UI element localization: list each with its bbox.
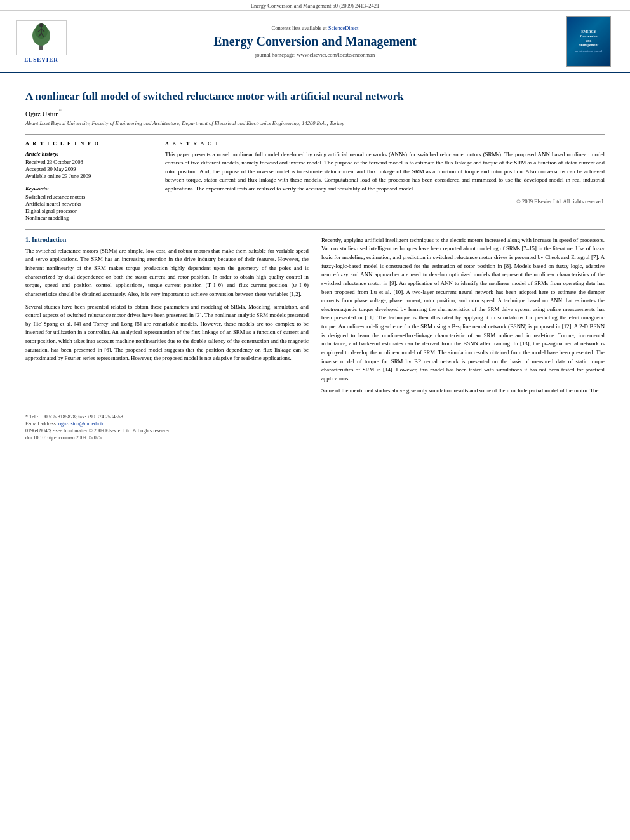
article-info-abstract: A R T I C L E I N F O Article history: R…	[25, 134, 605, 222]
journal-center-info: Contents lists available at ScienceDirec…	[70, 25, 560, 58]
journal-header: ELSEVIER Contents lists available at Sci…	[0, 11, 630, 73]
article-info-col: A R T I C L E I N F O Article history: R…	[25, 141, 152, 222]
journal-cover-image: ENERGYConversionandManagement an interna…	[566, 16, 611, 67]
intro-para-2: Several studies have been presented rela…	[25, 303, 309, 363]
intro-right-col: Recently, applying artificial intelligen…	[321, 236, 605, 399]
intro-para-1: The switched reluctance motors (SRMs) ar…	[25, 247, 309, 299]
footer-doi: doi:10.1016/j.enconman.2009.05.025	[25, 435, 605, 441]
elsevier-wordmark: ELSEVIER	[24, 57, 58, 63]
main-content: A nonlinear full model of switched reluc…	[0, 73, 630, 455]
elsevier-logo-image	[16, 20, 67, 55]
affiliation: Abant Izzet Baysal University, Faculty o…	[25, 120, 605, 126]
footer-email-link[interactable]: oguzustun@ibu.edu.tr	[58, 421, 104, 427]
keyword-4: Nonlinear modeling	[25, 215, 152, 221]
keyword-3: Digital signal processor	[25, 208, 152, 214]
intro-para-3: Recently, applying artificial intelligen…	[321, 236, 605, 383]
contents-line: Contents lists available at ScienceDirec…	[83, 25, 547, 31]
available-online-date: Available online 23 June 2009	[25, 173, 152, 179]
journal-title: Energy Conversion and Management	[83, 34, 547, 49]
intro-left-text: The switched reluctance motors (SRMs) ar…	[25, 247, 309, 363]
page-footer: * Tel.: +90 535 8185878; fax: +90 374 25…	[25, 410, 605, 441]
article-info-label: A R T I C L E I N F O	[25, 141, 152, 147]
intro-right-text: Recently, applying artificial intelligen…	[321, 236, 605, 396]
intro-para-4: Some of the mentioned studies above give…	[321, 387, 605, 396]
abstract-col: A B S T R A C T This paper presents a no…	[165, 141, 605, 222]
intro-section-title: 1. Introduction	[25, 236, 309, 243]
author-name: Oguz Ustun*	[25, 109, 605, 117]
footer-corresponding: * Tel.: +90 535 8185878; fax: +90 374 25…	[25, 414, 605, 420]
accepted-date: Accepted 30 May 2009	[25, 166, 152, 172]
received-date: Received 23 October 2008	[25, 159, 152, 165]
journal-url: journal homepage: www.elsevier.com/locat…	[83, 51, 547, 58]
article-title: A nonlinear full model of switched reluc…	[25, 90, 605, 103]
sciencedirect-link[interactable]: ScienceDirect	[328, 25, 359, 31]
section-divider	[25, 229, 605, 230]
top-bar: Energy Conversion and Management 50 (200…	[0, 0, 630, 11]
elsevier-logo: ELSEVIER	[13, 20, 70, 63]
journal-citation: Energy Conversion and Management 50 (200…	[251, 3, 379, 9]
abstract-text: This paper presents a novel nonlinear fu…	[165, 150, 605, 194]
svg-point-3	[39, 23, 43, 27]
introduction-section: 1. Introduction The switched reluctance …	[25, 236, 605, 399]
intro-left-col: 1. Introduction The switched reluctance …	[25, 236, 309, 399]
footer-issn: 0196-8904/$ - see front matter © 2009 El…	[25, 428, 605, 434]
keywords-label: Keywords:	[25, 185, 152, 192]
article-history-label: Article history:	[25, 150, 152, 157]
keyword-1: Switched reluctance motors	[25, 194, 152, 200]
abstract-label: A B S T R A C T	[165, 141, 605, 147]
keyword-2: Artificial neural networks	[25, 201, 152, 207]
copyright-line: © 2009 Elsevier Ltd. All rights reserved…	[165, 198, 605, 204]
footer-email: E-mail address: oguzustun@ibu.edu.tr	[25, 421, 605, 427]
journal-cover-logo: ENERGYConversionandManagement an interna…	[560, 16, 617, 67]
